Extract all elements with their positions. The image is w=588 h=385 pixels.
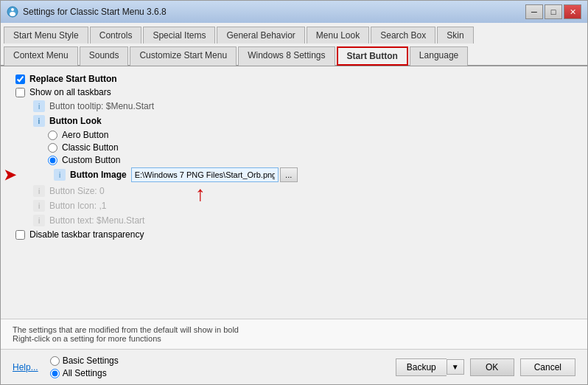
show-on-all-taskbars-label: Show on all taskbars [29, 87, 111, 97]
minimize-button[interactable]: ─ [525, 4, 543, 19]
tab-search-box[interactable]: Search Box [371, 27, 435, 44]
tab-windows-8-settings[interactable]: Windows 8 Settings [238, 46, 335, 66]
tab-menu-look[interactable]: Menu Look [307, 27, 369, 44]
footer-right: Backup ▼ OK Cancel [396, 358, 575, 376]
button-size-icon: i [33, 185, 45, 197]
show-on-all-taskbars-row: Show on all taskbars [13, 87, 575, 97]
disable-taskbar-checkbox[interactable] [15, 230, 25, 240]
window-controls: ─ □ ✕ [525, 4, 581, 19]
aero-button-row: Aero Button [13, 130, 575, 140]
button-size-row: i Button Size: 0 [13, 185, 575, 197]
tabs-row-1: Start Menu Style Controls Special Items … [1, 23, 587, 44]
tab-sounds[interactable]: Sounds [80, 46, 129, 66]
help-link[interactable]: Help... [13, 362, 38, 372]
aero-button-label: Aero Button [62, 130, 108, 140]
svg-point-1 [11, 8, 14, 11]
disable-taskbar-label: Disable taskbar transparency [29, 229, 144, 240]
button-image-info-icon: i [54, 169, 66, 181]
backup-group: Backup ▼ [396, 358, 464, 376]
button-image-path-input[interactable] [131, 167, 279, 182]
bottom-info-line1: The settings that are modified from the … [13, 325, 575, 334]
ok-button[interactable]: OK [470, 358, 514, 376]
button-size-label: Button Size: 0 [49, 186, 105, 196]
tab-skin[interactable]: Skin [437, 27, 473, 44]
classic-button-row: Classic Button [13, 142, 575, 153]
footer: Help... Basic Settings All Settings Back… [1, 349, 587, 384]
tab-general-behavior[interactable]: General Behavior [217, 27, 304, 44]
app-icon [7, 6, 18, 18]
all-settings-radio[interactable] [50, 369, 60, 378]
disable-taskbar-row: Disable taskbar transparency [13, 229, 575, 240]
classic-button-radio[interactable] [48, 143, 57, 153]
tab-special-items[interactable]: Special Items [143, 27, 215, 44]
button-image-row: ➤ i Button Image ... ↑ [33, 167, 575, 182]
close-button[interactable]: ✕ [564, 4, 581, 19]
maximize-button[interactable]: □ [545, 4, 562, 19]
browse-button[interactable]: ... [280, 167, 298, 182]
tabs-row-2: Context Menu Sounds Customize Start Menu… [1, 43, 587, 66]
backup-button[interactable]: Backup [396, 358, 447, 376]
replace-start-button-label: Replace Start Button [29, 74, 117, 84]
button-icon-label: Button Icon: ,1 [49, 201, 106, 211]
footer-left: Help... Basic Settings All Settings [13, 355, 119, 378]
button-icon-icon: i [33, 200, 45, 212]
basic-settings-radio[interactable] [50, 356, 60, 366]
button-tooltip-row: i Button tooltip: $Menu.Start [13, 100, 575, 112]
tab-context-menu[interactable]: Context Menu [4, 46, 78, 66]
tab-customize-start-menu[interactable]: Customize Start Menu [130, 46, 237, 66]
button-look-header: i Button Look [13, 115, 575, 127]
basic-settings-row: Basic Settings [50, 355, 119, 366]
show-on-all-taskbars-checkbox[interactable] [15, 88, 25, 97]
title-bar: Settings for Classic Start Menu 3.6.8 ─ … [1, 1, 587, 23]
aero-button-radio[interactable] [48, 131, 57, 140]
bottom-info-line2: Right-click on a setting for more functi… [13, 334, 575, 343]
tooltip-info-icon: i [33, 100, 45, 112]
cancel-button[interactable]: Cancel [520, 358, 575, 376]
all-settings-label: All Settings [63, 368, 107, 378]
tab-start-menu-style[interactable]: Start Menu Style [4, 27, 88, 44]
tab-controls[interactable]: Controls [90, 27, 142, 44]
replace-start-button-checkbox[interactable] [15, 74, 25, 84]
content-area: Replace Start Button Show on all taskbar… [1, 66, 587, 319]
tab-start-button[interactable]: Start Button [337, 46, 408, 66]
replace-start-button-row: Replace Start Button [13, 74, 575, 84]
button-text-row: i Button text: $Menu.Start [13, 215, 575, 226]
classic-button-label: Classic Button [62, 142, 119, 153]
button-look-icon: i [33, 115, 45, 127]
window-title: Settings for Classic Start Menu 3.6.8 [23, 7, 167, 17]
custom-button-label: Custom Button [62, 155, 120, 165]
custom-button-row: Custom Button [13, 155, 575, 165]
button-icon-row: i Button Icon: ,1 [13, 200, 575, 212]
backup-dropdown-button[interactable]: ▼ [447, 359, 464, 375]
button-image-label: Button Image [70, 170, 127, 180]
all-settings-row: All Settings [50, 368, 119, 378]
main-window: Settings for Classic Start Menu 3.6.8 ─ … [0, 0, 588, 385]
button-text-label: Button text: $Menu.Start [49, 215, 144, 226]
button-tooltip-label: Button tooltip: $Menu.Start [49, 101, 154, 111]
bottom-info: The settings that are modified from the … [1, 319, 587, 349]
basic-settings-label: Basic Settings [63, 355, 119, 366]
left-arrow-indicator: ➤ [4, 166, 16, 184]
settings-mode: Basic Settings All Settings [50, 355, 119, 378]
custom-button-radio[interactable] [48, 156, 57, 165]
tab-language[interactable]: Language [410, 46, 468, 66]
up-arrow-indicator: ↑ [195, 182, 206, 206]
svg-point-2 [10, 12, 15, 16]
button-text-icon: i [33, 215, 45, 226]
